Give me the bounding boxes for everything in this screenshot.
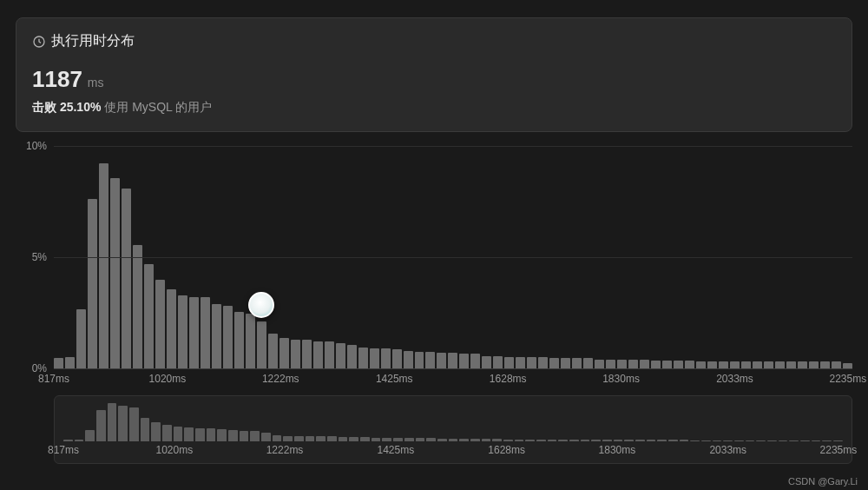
range-bar[interactable] (261, 433, 271, 441)
range-bar[interactable] (647, 440, 656, 441)
chart-bar[interactable] (448, 353, 457, 368)
range-bar[interactable] (668, 440, 678, 441)
chart-bar[interactable] (122, 189, 131, 368)
range-bar[interactable] (283, 436, 293, 441)
chart-bar[interactable] (246, 314, 255, 368)
chart-bar[interactable] (595, 360, 604, 368)
chart-bar[interactable] (234, 312, 244, 368)
range-bar[interactable] (273, 435, 282, 441)
range-bar[interactable] (360, 437, 370, 441)
range-bar[interactable] (515, 440, 524, 441)
range-bar[interactable] (833, 440, 843, 441)
range-bar[interactable] (525, 440, 535, 441)
chart-bar[interactable] (798, 361, 807, 368)
range-bar[interactable] (141, 418, 150, 441)
chart-bar[interactable] (482, 356, 491, 368)
range-bar[interactable] (591, 440, 601, 441)
chart-bar[interactable] (99, 163, 108, 368)
range-bar[interactable] (306, 436, 315, 441)
chart-bar[interactable] (370, 348, 379, 368)
chart-bar[interactable] (809, 361, 819, 368)
chart-bar[interactable] (549, 358, 559, 368)
chart-bar[interactable] (167, 289, 176, 368)
range-bar[interactable] (75, 440, 84, 441)
range-bar[interactable] (581, 440, 590, 441)
range-bar[interactable] (800, 440, 810, 441)
chart-bar[interactable] (764, 361, 773, 368)
chart-bar[interactable] (640, 360, 649, 368)
chart-bar[interactable] (504, 357, 514, 368)
chart-bar[interactable] (425, 352, 435, 368)
chart-bar[interactable] (617, 360, 627, 368)
range-bar[interactable] (217, 429, 227, 441)
range-bar[interactable] (756, 440, 766, 441)
range-bar[interactable] (349, 437, 358, 441)
chart-bar[interactable] (325, 341, 334, 368)
range-bar[interactable] (195, 428, 205, 441)
chart-bar[interactable] (201, 297, 210, 368)
chart-bar[interactable] (291, 340, 300, 368)
chart-bar[interactable] (719, 361, 728, 368)
chart-bar[interactable] (54, 358, 63, 368)
range-bar[interactable] (746, 440, 755, 441)
chart-bar[interactable] (257, 321, 266, 368)
chart-bar[interactable] (144, 264, 154, 368)
chart-bar[interactable] (651, 361, 661, 368)
chart-bar[interactable] (459, 354, 469, 368)
chart-bar[interactable] (189, 297, 199, 368)
range-bar[interactable] (822, 440, 832, 441)
chart-bar[interactable] (268, 334, 278, 368)
range-bar[interactable] (503, 440, 513, 441)
chart-bar[interactable] (662, 361, 672, 368)
chart-bar[interactable] (685, 361, 694, 368)
chart-bar[interactable] (786, 361, 796, 368)
chart-bar[interactable] (730, 361, 740, 368)
chart-bar[interactable] (753, 361, 762, 368)
chart-bar[interactable] (843, 363, 852, 368)
range-bar[interactable] (404, 438, 414, 441)
chart-bar[interactable] (133, 245, 142, 368)
range-bar[interactable] (207, 428, 216, 441)
chart-bar[interactable] (336, 343, 345, 368)
range-bar[interactable] (713, 440, 722, 441)
chart-bar[interactable] (358, 348, 368, 368)
chart-bar[interactable] (381, 348, 391, 368)
chart-bar[interactable] (212, 304, 221, 368)
range-bar[interactable] (250, 431, 260, 441)
range-bar[interactable] (393, 438, 403, 441)
chart-bar[interactable] (538, 357, 548, 368)
range-bar[interactable] (602, 440, 612, 441)
range-bar[interactable] (118, 406, 128, 441)
chart-bar[interactable] (470, 354, 480, 368)
range-bar[interactable] (129, 407, 139, 441)
range-bar[interactable] (569, 440, 579, 441)
chart-bar[interactable] (572, 358, 582, 368)
range-selector[interactable]: 817ms1020ms1222ms1425ms1628ms1830ms2033m… (54, 395, 852, 464)
range-bar[interactable] (151, 422, 161, 441)
range-bar[interactable] (96, 410, 106, 441)
chart-bar[interactable] (347, 345, 357, 368)
chart-bar[interactable] (313, 341, 323, 368)
range-bar[interactable] (63, 440, 73, 441)
range-bar[interactable] (294, 436, 304, 441)
chart-bar[interactable] (775, 361, 785, 368)
range-bar[interactable] (316, 436, 326, 441)
range-bar[interactable] (680, 440, 689, 441)
chart-bar[interactable] (674, 361, 683, 368)
range-bar[interactable] (426, 438, 436, 441)
range-bar[interactable] (339, 437, 348, 442)
chart-bar[interactable] (516, 357, 525, 368)
range-bar[interactable] (482, 439, 491, 441)
chart-bar[interactable] (279, 338, 289, 368)
range-bar[interactable] (789, 440, 799, 441)
chart-bar[interactable] (820, 361, 830, 368)
range-bar[interactable] (635, 440, 645, 441)
range-bar[interactable] (470, 439, 480, 441)
range-bar[interactable] (437, 439, 447, 441)
chart-bar[interactable] (527, 357, 536, 368)
chart-bar[interactable] (404, 351, 413, 368)
range-bar[interactable] (108, 403, 117, 441)
range-bar[interactable] (184, 427, 194, 441)
chart-bar[interactable] (223, 306, 233, 368)
chart-bar[interactable] (741, 361, 751, 368)
